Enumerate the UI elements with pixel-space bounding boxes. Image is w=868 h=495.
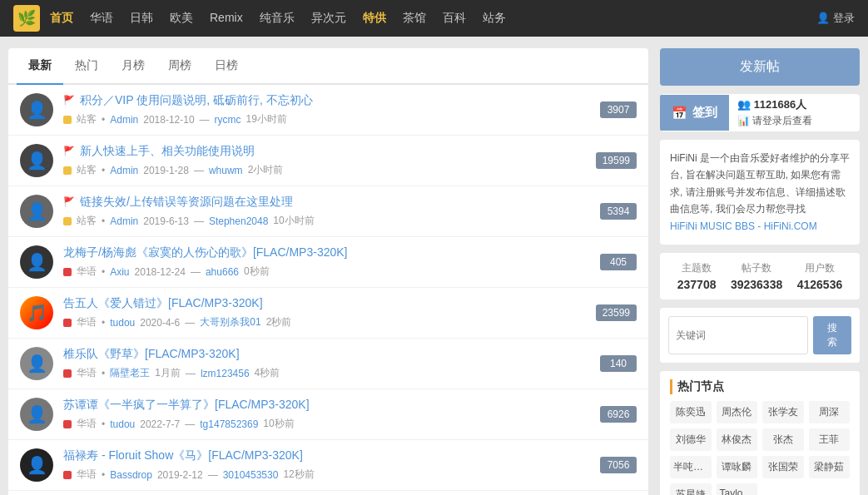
post-link[interactable]: 积分／VIP 使用问题说明, 砥砺前行, 不忘初心: [80, 93, 313, 108]
post-avatar: 👤: [20, 347, 53, 380]
hot-tag[interactable]: 刘德华: [670, 428, 712, 451]
post-link[interactable]: 福禄寿 - Floruit Show《马》[FLAC/MP3-320K]: [63, 448, 303, 463]
post-title-row: 福禄寿 - Floruit Show《马》[FLAC/MP3-320K]: [63, 448, 590, 463]
nav-teahouse[interactable]: 茶馆: [403, 11, 426, 26]
post-last-user[interactable]: whuwm: [209, 165, 243, 176]
post-meta: 华语 • Axiu 2018-12-24 — ahu666 0秒前: [63, 265, 590, 279]
nav-chinese[interactable]: 华语: [90, 11, 113, 26]
post-meta: 华语 • 隔壁老王 1月前 — lzm123456 4秒前: [63, 366, 590, 380]
post-title-row: 🚩 新人快速上手、相关功能使用说明: [63, 144, 586, 159]
user-count: 👥 1121686人: [737, 97, 851, 112]
hot-tag[interactable]: 陈奕迅: [670, 401, 712, 423]
nav-wiki[interactable]: 百科: [443, 11, 466, 26]
post-last-time: 4秒前: [255, 366, 280, 380]
post-content: 🚩 积分／VIP 使用问题说明, 砥砺前行, 不忘初心 站客 • Admin 2…: [63, 93, 590, 126]
nav-western[interactable]: 欧美: [170, 11, 193, 26]
post-date: 2019-1-28: [143, 165, 189, 176]
post-avatar: 👤: [20, 398, 53, 431]
nav-remix[interactable]: Remix: [210, 11, 243, 26]
nav-admin[interactable]: 站务: [483, 11, 506, 26]
search-button[interactable]: 搜索: [813, 316, 851, 354]
post-last-user[interactable]: ahu666: [206, 266, 239, 278]
category-dot: [63, 471, 72, 479]
post-title-row: 苏谭谭《一半疯了一半算了》[FLAC/MP3-320K]: [63, 398, 590, 413]
nav-alternate[interactable]: 异次元: [311, 11, 346, 26]
hot-tag[interactable]: Taylor Swift: [717, 483, 758, 495]
post-category: 华语: [77, 265, 97, 279]
post-meta: 站客 • Admin 2018-12-10 — rycmc 19小时前: [63, 112, 590, 126]
post-category: 站客: [77, 112, 97, 126]
post-count: 405: [600, 254, 637, 270]
post-link[interactable]: 苏谭谭《一半疯了一半算了》[FLAC/MP3-320K]: [63, 398, 310, 413]
post-last-user[interactable]: lzm123456: [201, 368, 250, 379]
tab-latest[interactable]: 最新: [17, 48, 63, 85]
post-link[interactable]: 告五人《爱人错过》[FLAC/MP3-320K]: [63, 296, 263, 311]
post-meta: 站客 • Admin 2019-1-28 — whuwm 2小时前: [63, 163, 586, 177]
post-link[interactable]: 新人快速上手、相关功能使用说明: [80, 144, 255, 159]
tab-monthly[interactable]: 月榜: [110, 48, 156, 85]
hot-tag[interactable]: 苏星婕: [670, 483, 712, 495]
post-author[interactable]: Axiu: [110, 266, 129, 278]
post-avatar: 🎵: [20, 296, 53, 329]
post-arrow: —: [194, 215, 204, 227]
post-last-user[interactable]: tg147852369: [200, 418, 258, 430]
post-tabs: 最新 热门 月榜 周榜 日榜: [8, 48, 648, 85]
category-dot: [63, 116, 72, 124]
tab-weekly[interactable]: 周榜: [156, 48, 203, 85]
post-last-user[interactable]: Stephen2048: [209, 215, 268, 227]
category-dot: [63, 217, 72, 225]
post-arrow: —: [186, 368, 196, 379]
post-avatar: 👤: [20, 144, 53, 177]
post-author[interactable]: Admin: [110, 165, 138, 176]
site-link[interactable]: HiFiNi MUSIC BBS - HiFiNi.COM: [670, 220, 817, 232]
post-category: 华语: [77, 315, 97, 329]
hot-tag[interactable]: 半吨兄弟: [670, 456, 712, 478]
post-author[interactable]: Admin: [110, 114, 138, 126]
hot-tag[interactable]: 王菲: [809, 428, 851, 451]
post-last-user[interactable]: 3010453530: [223, 469, 279, 481]
post-arrow: —: [185, 317, 195, 329]
new-post-button[interactable]: 发新帖: [660, 48, 860, 86]
post-author[interactable]: tudou: [110, 317, 135, 329]
main-container: 最新 热门 月榜 周榜 日榜 👤 🚩 积分／VIP 使用问题说明, 砥砺前行, …: [0, 37, 868, 495]
post-dot: •: [102, 114, 105, 126]
post-dot: •: [102, 368, 105, 379]
post-date: 2019-2-12: [157, 469, 203, 481]
hot-tag[interactable]: 张国荣: [762, 456, 804, 478]
nav-home[interactable]: 首页: [50, 11, 73, 26]
hot-tag[interactable]: 林俊杰: [717, 428, 758, 451]
hot-tag[interactable]: 周杰伦: [717, 401, 758, 423]
post-meta: 站客 • Admin 2019-6-13 — Stephen2048 10小时前: [63, 214, 590, 228]
post-last-time: 2小时前: [248, 163, 284, 177]
post-link[interactable]: 链接失效/上传错误等资源问题在这里处理: [80, 195, 293, 210]
post-link[interactable]: 龙梅子/杨海彪《寂寞的人伤心的歌》[FLAC/MP3-320K]: [63, 245, 348, 260]
category-dot: [63, 369, 72, 378]
post-author[interactable]: Bassdrop: [110, 469, 152, 481]
post-last-user[interactable]: 大哥别杀我01: [200, 315, 260, 329]
nav-special[interactable]: 特供: [363, 11, 386, 26]
sign-in-button[interactable]: 📅 签到: [660, 95, 729, 131]
post-link[interactable]: 椎乐队《野草》[FLAC/MP3-320K]: [63, 347, 240, 362]
login-button[interactable]: 👤 登录: [816, 11, 855, 26]
post-category: 华语: [77, 417, 97, 431]
hot-tag[interactable]: 梁静茹: [809, 456, 851, 478]
post-item: 👤 龙梅子/杨海彪《寂寞的人伤心的歌》[FLAC/MP3-320K] 华语 • …: [8, 237, 648, 288]
post-last-user[interactable]: rycmc: [215, 114, 241, 126]
tab-hot[interactable]: 热门: [63, 48, 110, 85]
search-input[interactable]: [668, 316, 808, 354]
search-box: 搜索: [660, 308, 860, 363]
post-author[interactable]: tudou: [110, 418, 135, 430]
hot-tag[interactable]: 张杰: [762, 428, 804, 451]
nav-japanese-korean[interactable]: 日韩: [130, 11, 153, 26]
post-count: 7056: [600, 457, 637, 473]
hot-tag[interactable]: 周深: [809, 401, 851, 423]
stat-topics: 主题数 237708: [677, 261, 717, 291]
nav-instrumental[interactable]: 纯音乐: [260, 11, 295, 26]
hot-tags-box: 热门节点 陈奕迅周杰伦张学友周深刘德华林俊杰张杰王菲半吨兄弟谭咏麟张国荣梁静茹苏…: [660, 371, 860, 495]
hot-tag[interactable]: 谭咏麟: [717, 456, 758, 478]
post-author[interactable]: Admin: [110, 215, 138, 227]
post-author[interactable]: 隔壁老王: [110, 366, 150, 380]
tab-daily[interactable]: 日榜: [203, 48, 250, 85]
post-title-row: 龙梅子/杨海彪《寂寞的人伤心的歌》[FLAC/MP3-320K]: [63, 245, 590, 260]
hot-tag[interactable]: 张学友: [762, 401, 804, 423]
